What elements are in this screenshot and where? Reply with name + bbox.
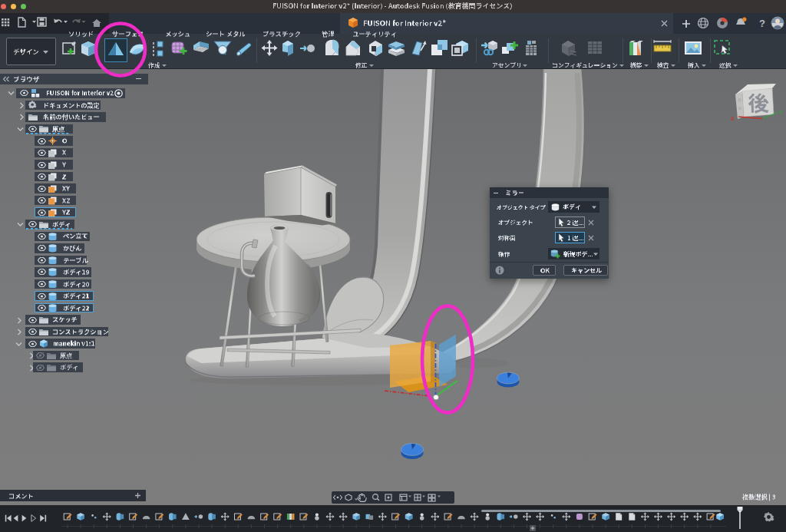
svg-text:?: ?: [759, 18, 765, 29]
